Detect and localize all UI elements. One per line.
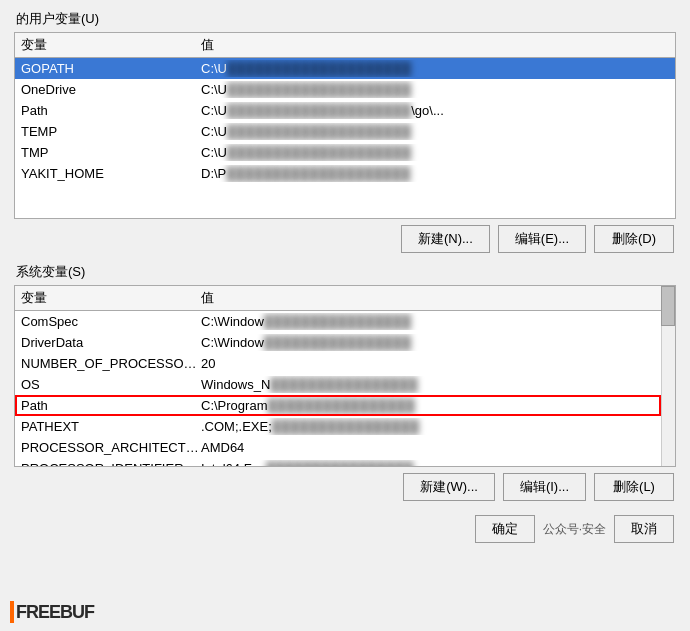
main-container: 的用户变量(U) 变量 值 GOPATHC:\U████████████████… bbox=[0, 0, 690, 631]
watermark-bar bbox=[10, 601, 14, 623]
table-row[interactable]: YAKIT_HOMED:\P████████████████████ bbox=[15, 163, 675, 184]
table-row[interactable]: PathC:\Program████████████████ bbox=[15, 395, 661, 416]
sys-vars-title: 系统变量(S) bbox=[14, 263, 676, 281]
confirm-button[interactable]: 确定 bbox=[475, 515, 535, 543]
cancel-button[interactable]: 取消 bbox=[614, 515, 674, 543]
sys-var-name-cell: OS bbox=[21, 376, 201, 393]
var-value-cell: C:\U████████████████████\go\... bbox=[201, 102, 669, 119]
sys-delete-button[interactable]: 删除(L) bbox=[594, 473, 674, 501]
sys-var-name-cell: PROCESSOR_ARCHITECTURE bbox=[21, 439, 201, 456]
user-var-col-name: 变量 bbox=[21, 36, 201, 54]
var-name-cell: TEMP bbox=[21, 123, 201, 140]
user-vars-table: 变量 值 GOPATHC:\U████████████████████OneDr… bbox=[14, 32, 676, 219]
sys-var-value-cell: AMD64 bbox=[201, 439, 655, 456]
sys-var-value-cell: 20 bbox=[201, 355, 655, 372]
sys-var-col-name: 变量 bbox=[21, 289, 201, 307]
sys-var-name-cell: DriverData bbox=[21, 334, 201, 351]
var-value-cell: C:\U████████████████████ bbox=[201, 144, 669, 161]
var-name-cell: TMP bbox=[21, 144, 201, 161]
table-row[interactable]: TEMPC:\U████████████████████ bbox=[15, 121, 675, 142]
sys-var-name-cell: NUMBER_OF_PROCESSORS bbox=[21, 355, 201, 372]
watermark-logo: FREEBUF bbox=[16, 602, 94, 623]
table-row[interactable]: DriverDataC:\Window████████████████ bbox=[15, 332, 661, 353]
sys-var-name-cell: ComSpec bbox=[21, 313, 201, 330]
user-edit-button[interactable]: 编辑(E)... bbox=[498, 225, 586, 253]
var-value-cell: C:\U████████████████████ bbox=[201, 81, 669, 98]
sys-var-value-cell: C:\Window████████████████ bbox=[201, 334, 655, 351]
table-row[interactable]: TMPC:\U████████████████████ bbox=[15, 142, 675, 163]
var-name-cell: YAKIT_HOME bbox=[21, 165, 201, 182]
table-row[interactable]: NUMBER_OF_PROCESSORS20 bbox=[15, 353, 661, 374]
user-vars-header: 变量 值 bbox=[15, 33, 675, 58]
user-vars-btn-row: 新建(N)... 编辑(E)... 删除(D) bbox=[14, 225, 676, 253]
sys-var-value-cell: Windows_N████████████████ bbox=[201, 376, 655, 393]
table-row[interactable]: ComSpecC:\Window████████████████ bbox=[15, 311, 661, 332]
var-value-cell: C:\U████████████████████ bbox=[201, 60, 669, 77]
watermark: FREEBUF bbox=[10, 601, 94, 623]
sys-var-col-value: 值 bbox=[201, 289, 655, 307]
sys-edit-button[interactable]: 编辑(I)... bbox=[503, 473, 586, 501]
sys-var-value-cell: Intel64 Fan████████████████ bbox=[201, 460, 655, 466]
table-row[interactable]: OSWindows_N████████████████ bbox=[15, 374, 661, 395]
sys-vars-table: 变量 值 ComSpecC:\Window████████████████Dri… bbox=[14, 285, 676, 467]
sys-var-value-cell: C:\Program████████████████ bbox=[201, 397, 655, 414]
sys-vars-section: 系统变量(S) 变量 值 ComSpecC:\Window███████████… bbox=[14, 263, 676, 501]
var-name-cell: Path bbox=[21, 102, 201, 119]
user-vars-rows: GOPATHC:\U████████████████████OneDriveC:… bbox=[15, 58, 675, 218]
middle-text: 公众号·安全 bbox=[543, 521, 606, 538]
sys-vars-btn-row: 新建(W)... 编辑(I)... 删除(L) bbox=[14, 473, 676, 501]
sys-new-button[interactable]: 新建(W)... bbox=[403, 473, 495, 501]
user-delete-button[interactable]: 删除(D) bbox=[594, 225, 674, 253]
user-vars-section: 的用户变量(U) 变量 值 GOPATHC:\U████████████████… bbox=[14, 10, 676, 253]
var-name-cell: GOPATH bbox=[21, 60, 201, 77]
table-row[interactable]: PROCESSOR_ARCHITECTUREAMD64 bbox=[15, 437, 661, 458]
table-row[interactable]: OneDriveC:\U████████████████████ bbox=[15, 79, 675, 100]
var-value-cell: C:\U████████████████████ bbox=[201, 123, 669, 140]
sys-var-value-cell: .COM;.EXE;████████████████ bbox=[201, 418, 655, 435]
table-row[interactable]: GOPATHC:\U████████████████████ bbox=[15, 58, 675, 79]
table-row[interactable]: PROCESSOR_IDENTIFIERIntel64 Fan█████████… bbox=[15, 458, 661, 466]
scrollbar-thumb[interactable] bbox=[661, 286, 675, 326]
var-value-cell: D:\P████████████████████ bbox=[201, 165, 669, 182]
user-new-button[interactable]: 新建(N)... bbox=[401, 225, 490, 253]
var-name-cell: OneDrive bbox=[21, 81, 201, 98]
sys-var-name-cell: PATHEXT bbox=[21, 418, 201, 435]
scrollbar-track[interactable] bbox=[661, 286, 675, 466]
sys-var-value-cell: C:\Window████████████████ bbox=[201, 313, 655, 330]
sys-vars-header: 变量 值 bbox=[15, 286, 675, 311]
table-row[interactable]: PathC:\U████████████████████\go\... bbox=[15, 100, 675, 121]
bottom-bar: 确定 公众号·安全 取消 bbox=[14, 515, 676, 543]
sys-var-name-cell: PROCESSOR_IDENTIFIER bbox=[21, 460, 201, 466]
sys-vars-rows: ComSpecC:\Window████████████████DriverDa… bbox=[15, 311, 675, 466]
user-var-col-value: 值 bbox=[201, 36, 669, 54]
sys-var-name-cell: Path bbox=[21, 397, 201, 414]
user-vars-title: 的用户变量(U) bbox=[14, 10, 676, 28]
table-row[interactable]: PATHEXT.COM;.EXE;████████████████ bbox=[15, 416, 661, 437]
